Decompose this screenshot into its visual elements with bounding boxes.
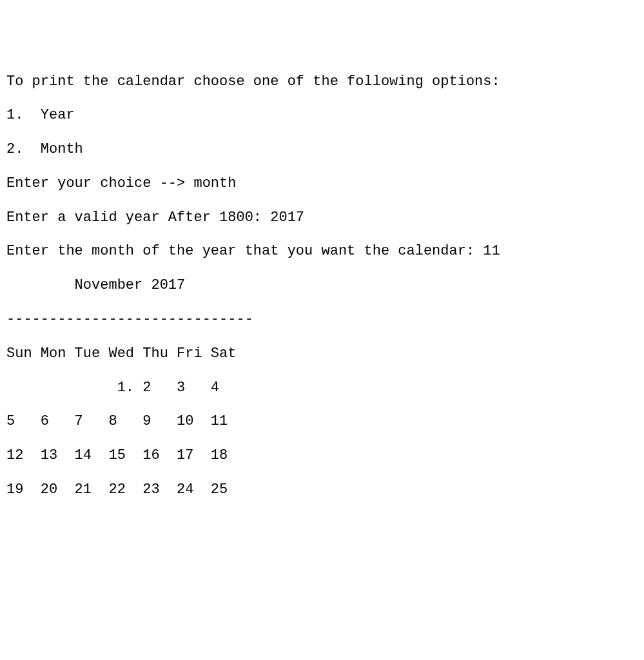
calendar-row-2: 5 6 7 8 9 10 11 <box>6 413 638 430</box>
month-input-line: Enter the month of the year that you wan… <box>6 243 638 260</box>
separator-line: ----------------------------- <box>6 311 638 328</box>
calendar-title: November 2017 <box>6 277 638 294</box>
option-2: 2. Month <box>6 141 638 158</box>
weekday-headers: Sun Mon Tue Wed Thu Fri Sat <box>6 345 638 362</box>
prompt-header: To print the calendar choose one of the … <box>6 73 638 90</box>
calendar-row-1: 1. 2 3 4 <box>6 380 638 396</box>
choice-input-line: Enter your choice --> month <box>6 175 638 192</box>
calendar-row-3: 12 13 14 15 16 17 18 <box>6 447 638 464</box>
year-input-line: Enter a valid year After 1800: 2017 <box>6 209 638 226</box>
option-1: 1. Year <box>6 107 638 124</box>
calendar-row-4: 19 20 21 22 23 24 25 <box>6 481 638 498</box>
vertical-gap <box>6 516 638 619</box>
